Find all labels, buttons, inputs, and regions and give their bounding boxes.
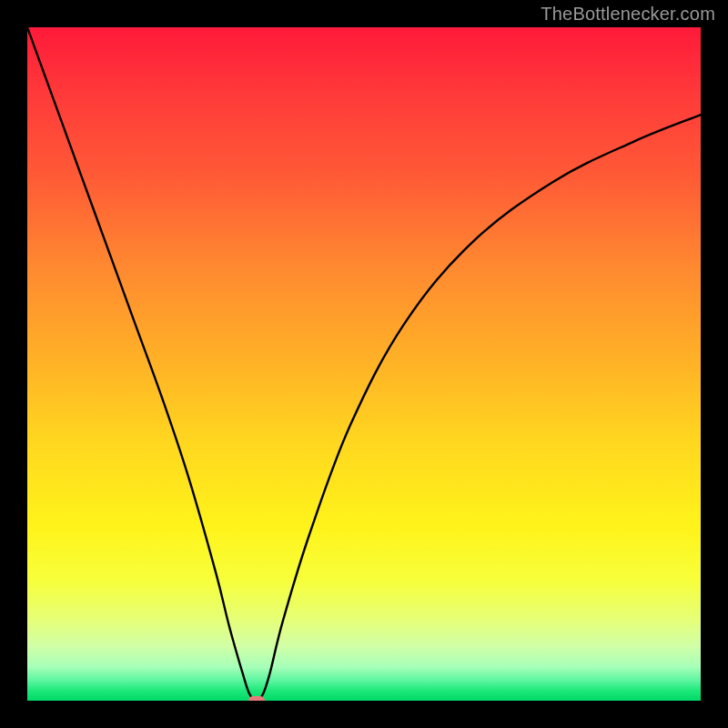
- watermark-text: TheBottlenecker.com: [541, 4, 715, 25]
- optimal-point-marker: [248, 696, 265, 701]
- plot-area: [27, 27, 701, 701]
- chart-frame: TheBottlenecker.com: [0, 0, 728, 728]
- bottleneck-curve: [27, 27, 701, 701]
